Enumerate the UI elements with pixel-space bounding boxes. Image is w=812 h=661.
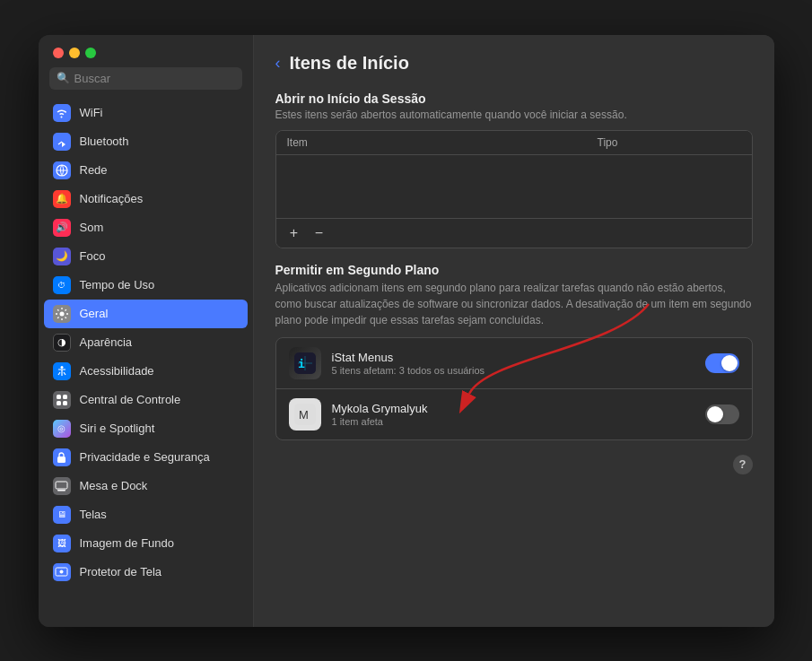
table-footer: + −	[276, 218, 752, 248]
sidebar-item-protetor-tela[interactable]: Protetor de Tela	[44, 558, 248, 587]
sidebar-item-central-controle[interactable]: Central de Controle	[44, 386, 248, 414]
page-title: Itens de Início	[290, 53, 409, 74]
section2-desc: Aplicativos adicionam itens em segundo p…	[275, 280, 753, 328]
sidebar-label-privacidade: Privacidade e Segurança	[80, 450, 210, 464]
search-icon: 🔍	[57, 72, 70, 84]
sidebar-list: WiFi Bluetooth Rede	[39, 99, 253, 627]
sidebar-label-telas: Telas	[80, 508, 107, 521]
sidebar-item-tempo-uso[interactable]: ⏱ Tempo de Uso	[44, 271, 248, 300]
sidebar-label-aparencia: Aparência	[80, 335, 133, 349]
sidebar-item-privacidade[interactable]: Privacidade e Segurança	[44, 443, 248, 472]
sidebar-item-acessibilidade[interactable]: Acessibilidade	[44, 357, 248, 386]
back-button[interactable]: ‹	[275, 54, 281, 73]
section1-title: Abrir no Início da Sessão	[275, 91, 753, 106]
sidebar-item-som[interactable]: 🔊 Som	[44, 213, 248, 242]
screensaver-icon	[53, 563, 71, 581]
svg-text:M: M	[299, 408, 309, 422]
close-button[interactable]	[53, 48, 64, 58]
sidebar-item-bluetooth[interactable]: Bluetooth	[44, 127, 248, 156]
page-header: ‹ Itens de Início	[275, 53, 753, 74]
sidebar-label-som: Som	[80, 221, 104, 234]
background-apps-list: i iStat Menus 5 itens afetam: 3 todos os…	[275, 337, 753, 440]
siri-icon: ◎	[53, 420, 71, 438]
remove-item-button[interactable]: −	[310, 224, 328, 242]
svg-rect-6	[63, 401, 67, 405]
main-content-wrapper: ‹ Itens de Início Abrir no Início da Ses…	[254, 35, 774, 627]
svg-point-2	[60, 366, 63, 369]
titlebar	[39, 35, 253, 67]
sound-icon: 🔊	[53, 219, 71, 237]
fullscreen-button[interactable]	[85, 48, 96, 58]
sidebar-label-notificacoes: Notificações	[80, 192, 144, 205]
sidebar-label-wifi: WiFi	[80, 106, 103, 119]
sidebar-item-mesa-dock[interactable]: Mesa e Dock	[44, 472, 248, 500]
wifi-icon	[53, 104, 71, 122]
mykola-info: Mykola Grymalyuk 1 item afeta	[332, 402, 694, 427]
sidebar-label-rede: Rede	[80, 163, 108, 177]
section2-title: Permitir em Segundo Plano	[275, 263, 753, 277]
mykola-sub: 1 item afeta	[332, 416, 694, 427]
startup-items-table: Item Tipo + −	[275, 130, 753, 248]
sidebar-item-notificacoes[interactable]: 🔔 Notificações	[44, 185, 248, 213]
sidebar-item-aparencia[interactable]: ◑ Aparência	[44, 328, 248, 357]
sidebar-item-wifi[interactable]: WiFi	[44, 99, 248, 127]
app-item-mykola: M Mykola Grymalyuk 1 item afeta	[276, 388, 752, 439]
sidebar-item-siri-spotlight[interactable]: ◎ Siri e Spotlight	[44, 414, 248, 443]
sidebar-item-imagem-fundo[interactable]: 🖼 Imagem de Fundo	[44, 529, 248, 558]
search-input[interactable]: Buscar	[74, 72, 110, 85]
bluetooth-icon	[53, 133, 71, 151]
network-icon	[53, 161, 71, 179]
main-window: 🔍 Buscar WiFi Bluetooth	[39, 35, 774, 627]
sidebar-item-telas[interactable]: 🖥 Telas	[44, 500, 248, 529]
sidebar-item-rede[interactable]: Rede	[44, 156, 248, 185]
mykola-icon: M	[289, 398, 321, 431]
istat-name: iStat Menus	[332, 351, 694, 364]
sidebar-label-imagem-fundo: Imagem de Fundo	[80, 536, 175, 550]
control-center-icon	[53, 391, 71, 409]
sidebar-item-geral[interactable]: Geral	[44, 300, 248, 328]
displays-icon: 🖥	[53, 506, 71, 524]
mykola-toggle-knob	[707, 406, 723, 422]
app-item-istat: i iStat Menus 5 itens afetam: 3 todos os…	[276, 338, 752, 388]
accessibility-icon	[53, 362, 71, 380]
help-button[interactable]: ?	[733, 455, 753, 474]
sidebar-label-bluetooth: Bluetooth	[80, 135, 129, 148]
sidebar-label-protetor-tela: Protetor de Tela	[80, 565, 162, 578]
notifications-icon: 🔔	[53, 190, 71, 208]
general-icon	[53, 305, 71, 323]
section1-desc: Estes itens serão abertos automaticament…	[275, 109, 753, 121]
sidebar-label-geral: Geral	[80, 307, 109, 320]
privacy-icon	[53, 448, 71, 466]
istat-sub: 5 itens afetam: 3 todos os usuários	[332, 365, 694, 376]
screentime-icon: ⏱	[53, 276, 71, 294]
add-item-button[interactable]: +	[285, 224, 303, 242]
desk-dock-icon	[53, 477, 71, 495]
traffic-lights	[53, 48, 96, 58]
sidebar-label-tempo-uso: Tempo de Uso	[80, 278, 155, 291]
sidebar-label-siri: Siri e Spotlight	[80, 422, 155, 435]
svg-point-11	[60, 570, 64, 573]
svg-rect-7	[57, 457, 65, 463]
help-row: ?	[275, 455, 753, 474]
appearance-icon: ◑	[53, 334, 71, 352]
sidebar-label-acessibilidade: Acessibilidade	[80, 364, 154, 378]
search-bar[interactable]: 🔍 Buscar	[49, 67, 242, 90]
minimize-button[interactable]	[69, 48, 80, 58]
svg-rect-4	[63, 395, 67, 399]
col-item-header: Item	[287, 136, 598, 149]
table-body	[276, 155, 752, 218]
svg-rect-3	[57, 395, 61, 399]
svg-rect-9	[57, 490, 65, 491]
istat-toggle[interactable]	[705, 353, 739, 373]
main-content: ‹ Itens de Início Abrir no Início da Ses…	[254, 35, 774, 627]
focus-icon: 🌙	[53, 248, 71, 265]
section-segundo-plano: Permitir em Segundo Plano Aplicativos ad…	[275, 263, 753, 440]
mykola-toggle[interactable]	[705, 404, 739, 424]
istat-toggle-knob	[721, 355, 738, 371]
sidebar-item-foco[interactable]: 🌙 Foco	[44, 242, 248, 271]
section-abrir-inicio: Abrir no Início da Sessão Estes itens se…	[275, 91, 753, 248]
table-header: Item Tipo	[276, 131, 752, 155]
sidebar: 🔍 Buscar WiFi Bluetooth	[39, 35, 254, 627]
istat-info: iStat Menus 5 itens afetam: 3 todos os u…	[332, 351, 694, 376]
istat-icon: i	[289, 347, 321, 379]
